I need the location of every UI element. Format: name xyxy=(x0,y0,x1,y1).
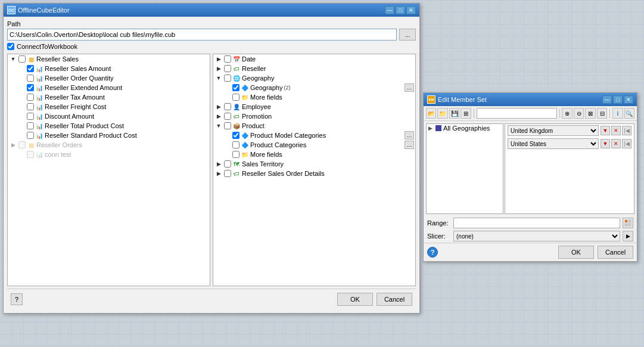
edit-minimize-button[interactable]: — xyxy=(602,95,612,104)
save-button[interactable]: 💾 xyxy=(449,108,459,119)
connect-checkbox[interactable] xyxy=(7,43,14,50)
item-checkbox[interactable] xyxy=(232,141,239,148)
help-button[interactable]: ? xyxy=(11,293,23,305)
path-input[interactable] xyxy=(7,29,397,41)
range-input[interactable] xyxy=(453,218,620,228)
list-item[interactable]: 📦 Product xyxy=(213,121,415,131)
item-checkbox[interactable] xyxy=(224,103,231,110)
delete-button[interactable]: ▼ xyxy=(601,126,610,135)
list-item[interactable]: 📊 Reseller Tax Amount xyxy=(16,92,210,102)
item-checkbox[interactable] xyxy=(27,65,34,72)
item-checkbox[interactable] xyxy=(18,55,26,63)
member-select-us[interactable]: United States xyxy=(508,138,599,149)
list-item[interactable]: 📊 Reseller Sales Amount xyxy=(16,64,210,73)
list-item[interactable]: 🔷 Product Categories … xyxy=(222,140,415,150)
ok-button[interactable]: OK xyxy=(337,293,373,306)
cancel-button[interactable]: Cancel xyxy=(377,293,412,306)
list-item[interactable]: 🏷 Promotion xyxy=(213,111,415,121)
item-checkbox[interactable] xyxy=(224,75,231,82)
extra-button[interactable]: |◀ xyxy=(622,139,631,148)
item-checkbox[interactable] xyxy=(232,84,239,91)
maximize-button[interactable]: □ xyxy=(396,6,405,14)
item-checkbox[interactable] xyxy=(224,160,231,168)
list-item[interactable]: 🔷 Product Model Categories … xyxy=(222,131,415,140)
expander-icon[interactable] xyxy=(214,112,223,120)
paste-button[interactable]: ⊖ xyxy=(574,108,584,119)
edit-members-button[interactable]: … xyxy=(405,83,414,92)
table2-button[interactable]: ⊟ xyxy=(597,108,607,119)
item-checkbox[interactable] xyxy=(232,132,239,139)
expander-icon[interactable] xyxy=(9,55,17,63)
list-item[interactable]: 📊 Reseller Order Quantity xyxy=(16,73,210,83)
item-checkbox[interactable] xyxy=(27,103,34,110)
edit-close-button[interactable]: ✕ xyxy=(624,95,633,104)
list-item[interactable]: 🌐 Geography xyxy=(213,73,415,83)
browse-button[interactable]: ... xyxy=(399,29,416,41)
remove-button[interactable]: ✕ xyxy=(611,126,621,135)
item-checkbox[interactable] xyxy=(224,65,231,72)
edit-members-button[interactable]: … xyxy=(405,141,414,149)
grid-button[interactable]: ⊞ xyxy=(461,108,471,119)
folder-button[interactable]: 📁 xyxy=(437,108,447,119)
slicer-go-button[interactable]: ▶ xyxy=(623,231,633,241)
edit-maximize-button[interactable]: □ xyxy=(613,95,623,104)
expander-icon[interactable] xyxy=(214,160,223,168)
item-checkbox[interactable] xyxy=(18,141,26,148)
toolbar-search-input[interactable] xyxy=(477,108,557,119)
delete-button[interactable]: ▼ xyxy=(601,139,610,148)
member-select-uk[interactable]: United Kingdom xyxy=(508,125,599,136)
edit-ok-button[interactable]: OK xyxy=(558,246,594,259)
list-item[interactable]: ▦ Reseller Sales xyxy=(8,54,210,64)
expander-icon[interactable] xyxy=(214,55,223,63)
item-checkbox[interactable] xyxy=(232,94,239,101)
expander-icon[interactable] xyxy=(214,169,223,178)
open-button[interactable]: 📂 xyxy=(426,108,436,119)
expander-icon[interactable] xyxy=(214,103,223,111)
list-item[interactable]: 📁 More fields xyxy=(222,92,415,102)
list-item[interactable]: 🔷 Geography (2) … xyxy=(222,83,415,92)
extra-button[interactable]: |◀ xyxy=(622,126,631,135)
item-checkbox[interactable] xyxy=(224,170,231,177)
item-checkbox[interactable] xyxy=(224,55,231,63)
list-item[interactable]: 🏷 Reseller xyxy=(213,64,415,73)
list-item[interactable]: 📊 Discount Amount xyxy=(16,111,210,121)
tree-expand-icon[interactable]: ▶ xyxy=(428,125,433,131)
list-item[interactable]: 📊 Reseller Extended Amount xyxy=(16,83,210,92)
item-checkbox[interactable] xyxy=(27,94,34,101)
help-search-button[interactable]: 🔍 xyxy=(624,108,634,119)
item-checkbox[interactable] xyxy=(27,113,34,120)
list-item[interactable]: 🗺 Sales Territory xyxy=(213,159,415,169)
expander-icon[interactable] xyxy=(214,74,223,82)
list-item[interactable]: 👤 Employee xyxy=(213,102,415,111)
item-checkbox[interactable] xyxy=(224,122,231,129)
expander-icon[interactable] xyxy=(214,64,223,73)
list-item[interactable]: 🏷 Reseller Sales Order Details xyxy=(213,169,415,178)
list-item[interactable]: 📊 Reseller Total Product Cost xyxy=(16,121,210,131)
remove-button[interactable]: ✕ xyxy=(611,139,621,148)
edit-members-button[interactable]: … xyxy=(405,131,414,140)
list-item[interactable]: ▦ Reseller Orders xyxy=(8,140,210,150)
list-item[interactable]: 📁 More fields xyxy=(222,150,415,159)
item-checkbox[interactable] xyxy=(27,122,34,129)
member-tree-item[interactable]: ▶ All Geographies xyxy=(427,124,503,132)
edit-cancel-button[interactable]: Cancel xyxy=(598,246,633,259)
list-item[interactable]: 📊 Reseller Freight Cost xyxy=(16,102,210,111)
expander-icon[interactable] xyxy=(214,122,223,130)
item-checkbox[interactable] xyxy=(27,84,34,91)
list-item[interactable]: 📊 Reseller Standard Product Cost xyxy=(16,131,210,140)
copy-button[interactable]: ⊕ xyxy=(562,108,572,119)
table-button[interactable]: ⊠ xyxy=(585,108,595,119)
close-button[interactable]: ✕ xyxy=(406,6,416,14)
edit-help-button[interactable]: ? xyxy=(427,247,438,258)
item-checkbox[interactable] xyxy=(224,113,231,120)
minimize-button[interactable]: — xyxy=(385,6,394,14)
range-picker-button[interactable] xyxy=(623,218,633,228)
expander-icon[interactable] xyxy=(9,141,17,149)
list-item[interactable]: 📅 Date xyxy=(213,54,415,64)
item-checkbox[interactable] xyxy=(27,75,34,82)
main-dialog: OC OfflineCubeEditor — □ ✕ Path ... Conn… xyxy=(3,3,420,314)
item-checkbox[interactable] xyxy=(27,132,34,139)
slicer-select[interactable]: (none) xyxy=(453,231,620,241)
info-button[interactable]: i xyxy=(612,108,623,119)
item-checkbox[interactable] xyxy=(232,151,239,158)
